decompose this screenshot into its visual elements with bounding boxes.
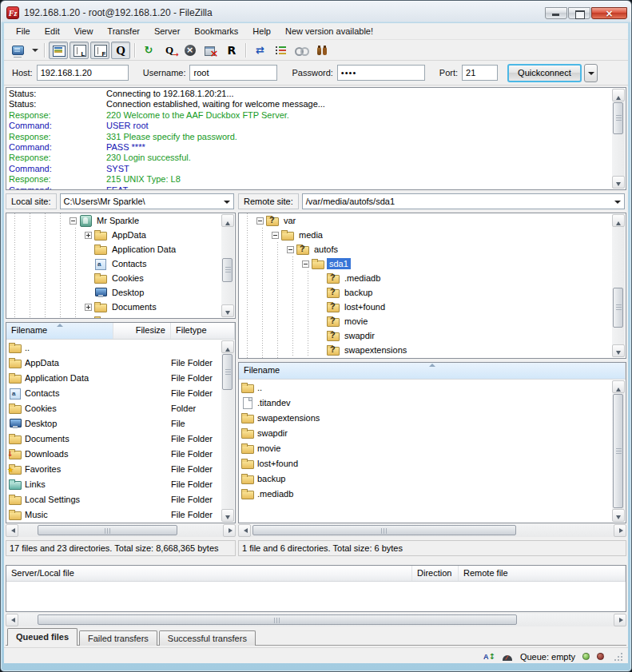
collapse-icon[interactable] [287,246,294,253]
scroll-left-button[interactable] [6,614,18,626]
column-header-filetype[interactable]: Filetype [171,323,235,339]
tree-item[interactable]: ?autofs [239,242,626,256]
list-item[interactable]: .. [7,340,221,355]
tree-item[interactable]: Mr Sparkle [6,213,235,228]
toggle-queue-button[interactable]: Q [111,42,130,59]
tab-failed-transfers[interactable]: Failed transfers [79,630,157,646]
tab-successful-transfers[interactable]: Successful transfers [159,630,256,646]
tree-item[interactable]: ?lost+found [239,300,626,314]
toggle-message-log-button[interactable] [49,42,68,59]
list-item[interactable]: DesktopFile [7,416,221,431]
file-search-button[interactable] [312,42,332,59]
maximize-button[interactable] [568,7,590,19]
site-manager-button[interactable] [8,42,27,59]
menu-item-transfer[interactable]: Transfer [100,24,147,38]
site-manager-dropdown-button[interactable] [29,42,40,59]
list-item[interactable]: LinksFile Folder [7,476,221,491]
scroll-down-button[interactable] [612,509,625,522]
tree-item[interactable]: Desktop [6,285,235,300]
refresh-button[interactable]: ↻ [139,42,158,59]
column-header-filename[interactable]: Filename [239,363,626,379]
disconnect-button[interactable] [201,42,221,59]
directory-listing-filters-button[interactable] [271,42,290,59]
scroll-down-button[interactable] [221,304,234,317]
menu-item-new-version-available[interactable]: New version available! [278,24,380,38]
chevron-down-icon[interactable] [221,194,233,209]
tree-item[interactable]: ?.mediadb [239,271,626,285]
tree-item[interactable]: ?movie [239,314,626,328]
cancel-button[interactable] [181,42,200,59]
list-item[interactable]: backup [240,471,612,486]
queue-column-header-server-local-file[interactable]: Server/Local file [6,566,412,581]
local-tree-scrollbar[interactable] [221,214,234,317]
scroll-down-button[interactable] [612,344,625,357]
list-item[interactable]: swapextensions [240,410,612,425]
scroll-left-button[interactable] [238,524,251,537]
queue-column-header-remote-file[interactable]: Remote file [459,566,626,581]
list-item[interactable]: Local SettingsFile Folder [7,491,221,507]
tree-item[interactable]: Contacts [6,256,235,271]
tree-item[interactable]: Documents [6,300,235,314]
scroll-up-button[interactable] [612,380,625,393]
list-item[interactable]: movie [240,440,612,455]
list-item[interactable]: Application DataFile Folder [7,370,221,385]
scroll-thumb[interactable] [38,525,177,535]
column-header-filename[interactable]: Filename [6,323,113,339]
tree-item[interactable]: ?backup [239,285,626,300]
tree-item[interactable]: ?swapdir [239,328,626,343]
menu-item-bookmarks[interactable]: Bookmarks [187,24,245,38]
list-item[interactable]: MusicFile Folder [7,507,221,522]
tree-item[interactable]: Cookies [6,271,235,285]
scroll-thumb[interactable] [613,394,623,508]
minimize-button[interactable] [545,7,567,19]
expand-icon[interactable] [85,304,92,311]
collapse-icon[interactable] [256,217,264,225]
resize-grip[interactable] [613,651,623,662]
process-queue-button[interactable]: Q [160,42,179,59]
scroll-thumb[interactable] [222,354,233,390]
quickconnect-button[interactable]: Quickconnect [507,64,582,82]
list-item[interactable]: .titandev [240,395,612,410]
remote-list-horizontal-scrollbar[interactable] [238,524,626,537]
message-log-scrollbar[interactable] [612,89,625,189]
menu-item-server[interactable]: Server [147,24,187,38]
scroll-right-button[interactable] [223,524,236,537]
chevron-down-icon[interactable] [612,194,624,209]
scroll-right-button[interactable] [614,524,626,537]
list-item[interactable]: DocumentsFile Folder [7,431,221,446]
menu-item-view[interactable]: View [67,24,101,38]
queue-horizontal-scrollbar[interactable] [6,614,626,626]
tree-item[interactable]: media [239,228,626,242]
list-item[interactable]: lost+found [240,455,612,471]
tree-item[interactable]: ?var [239,213,626,228]
scroll-down-button[interactable] [221,509,234,522]
expand-icon[interactable] [85,318,92,320]
scroll-up-button[interactable] [612,214,625,227]
scroll-left-button[interactable] [6,524,18,537]
scroll-up-button[interactable] [221,340,234,353]
scroll-thumb[interactable] [252,525,516,535]
list-item[interactable]: ↓DownloadsFile Folder [7,446,221,461]
scroll-up-button[interactable] [221,214,234,227]
collapse-icon[interactable] [70,217,77,225]
list-item[interactable]: .mediadb [240,486,612,501]
toggle-local-tree-button[interactable] [70,42,89,59]
tree-item[interactable]: AppData [6,228,235,242]
queue-column-header-direction[interactable]: Direction [412,566,459,581]
menu-item-help[interactable]: Help [245,24,278,38]
reconnect-button[interactable]: R [222,42,241,59]
list-item[interactable]: .. [240,380,612,395]
synchronized-browsing-button[interactable] [292,42,311,59]
tree-item[interactable]: ?dvd [239,357,626,359]
tree-item[interactable]: ?swapextensions [239,343,626,357]
scroll-down-button[interactable] [612,176,625,189]
collapse-icon[interactable] [302,260,309,268]
password-input[interactable] [337,65,425,81]
tree-item[interactable]: Application Data [6,242,235,256]
menu-item-file[interactable]: File [9,24,38,38]
collapse-icon[interactable] [272,232,279,239]
username-input[interactable] [189,65,277,81]
list-item[interactable]: swapdir [240,425,612,440]
directory-comparison-button[interactable]: ⇄ [250,42,269,59]
tree-item[interactable]: sda1 [239,256,626,271]
